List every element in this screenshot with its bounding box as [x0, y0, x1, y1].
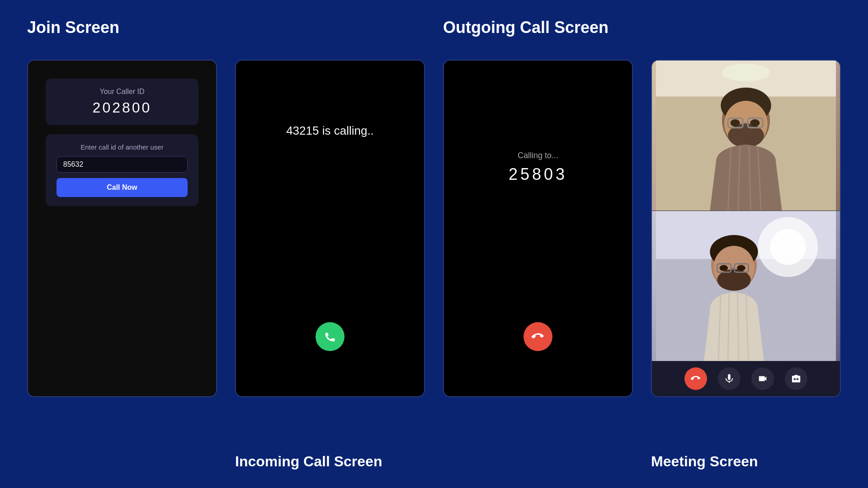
remote-video	[652, 61, 840, 211]
incoming-screen-bottom-label: Incoming Call Screen	[235, 453, 382, 469]
mute-button[interactable]	[718, 367, 741, 390]
svg-point-2	[722, 64, 770, 82]
svg-point-10	[730, 119, 740, 127]
meeting-screen-mockup	[651, 60, 841, 397]
switch-camera-button[interactable]	[785, 367, 807, 390]
outgoing-screen-title: Outgoing Call Screen	[443, 18, 633, 37]
calling-number: 25803	[509, 165, 567, 184]
svg-point-11	[750, 119, 760, 127]
meeting-screen-content	[652, 61, 840, 396]
join-screen-mockup: Your Caller ID 202800 Enter call id of a…	[27, 60, 217, 397]
outgoing-screen-content: Calling to... 25803	[444, 61, 632, 396]
join-screen-section: Your Caller ID 202800 Enter call id of a…	[27, 60, 217, 397]
camera-icon	[758, 374, 768, 384]
calling-label: Calling to...	[518, 151, 558, 160]
end-call-button[interactable]	[524, 322, 552, 351]
caller-id-box: Your Caller ID 202800	[46, 79, 198, 125]
outgoing-screen-bottom-spacer	[443, 453, 633, 470]
outgoing-screen-mockup: Calling to... 25803	[443, 60, 633, 397]
phone-accept-icon	[324, 330, 336, 343]
local-video-feed	[652, 211, 840, 361]
enter-call-label: Enter call id of another user	[80, 143, 163, 151]
caller-id-label: Your Caller ID	[99, 88, 144, 96]
svg-point-28	[737, 265, 745, 271]
outgoing-top: Calling to... 25803	[509, 124, 567, 184]
incoming-screen-content: 43215 is calling..	[236, 61, 424, 396]
meeting-screen-section	[651, 60, 841, 397]
enter-call-box: Enter call id of another user Call Now	[46, 134, 198, 206]
bottom-labels-row: Incoming Call Screen Meeting Screen	[27, 453, 841, 470]
join-screen-title: Join Screen	[27, 18, 217, 37]
join-screen-content: Your Caller ID 202800 Enter call id of a…	[28, 61, 216, 396]
svg-point-19	[770, 229, 806, 265]
switch-camera-icon	[791, 374, 801, 384]
phone-end-icon	[529, 328, 547, 346]
microphone-icon	[724, 374, 734, 384]
incoming-calling-text: 43215 is calling..	[286, 124, 374, 138]
meeting-screen-bottom-label-cell: Meeting Screen	[651, 453, 841, 470]
call-id-input[interactable]	[57, 156, 188, 173]
svg-point-27	[720, 265, 728, 271]
incoming-screen-section: 43215 is calling..	[235, 60, 425, 397]
end-call-control-button[interactable]	[684, 367, 707, 390]
call-now-button[interactable]: Call Now	[57, 178, 188, 197]
meeting-controls-bar	[652, 361, 840, 396]
end-call-control-icon	[689, 371, 703, 385]
outgoing-screen-section: Calling to... 25803	[443, 60, 633, 397]
join-screen-bottom-spacer	[27, 453, 217, 470]
camera-button[interactable]	[751, 367, 774, 390]
incoming-screen-mockup: 43215 is calling..	[235, 60, 425, 397]
accept-call-button[interactable]	[316, 322, 344, 351]
meeting-screen-bottom-label: Meeting Screen	[651, 453, 758, 469]
remote-video-feed	[652, 61, 840, 211]
incoming-screen-bottom-label-cell: Incoming Call Screen	[235, 453, 425, 470]
local-video	[652, 211, 840, 361]
caller-id-value: 202800	[93, 99, 152, 116]
